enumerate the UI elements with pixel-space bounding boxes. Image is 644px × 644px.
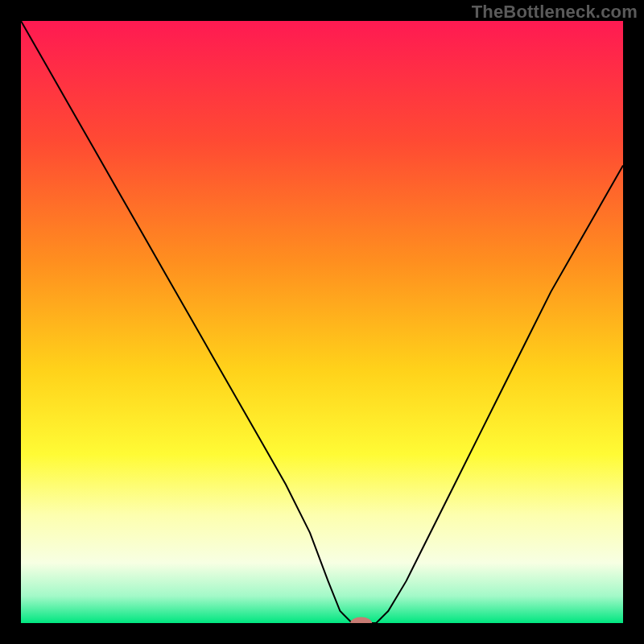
watermark-text: TheBottleneck.com (472, 2, 638, 23)
chart-frame: TheBottleneck.com (0, 0, 644, 644)
plot-svg (21, 21, 623, 623)
gradient-background (21, 21, 623, 623)
plot-area (21, 21, 623, 623)
